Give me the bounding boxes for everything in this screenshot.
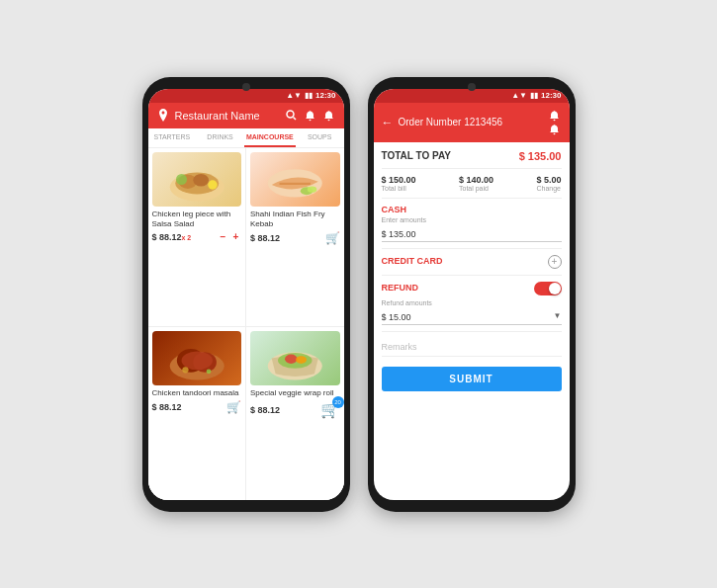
order-body: TOTAL TO PAY $ 135.00 $ 150.00 Total bil… <box>374 142 570 500</box>
change-val: $ 5.00 <box>536 175 561 185</box>
remarks-field[interactable]: Remarks <box>382 338 562 357</box>
food-image-4 <box>250 331 340 385</box>
total-bill-item: $ 150.00 Total bill <box>382 175 416 192</box>
nav-tabs: STARTERS DRINKS MAINCOURSE SOUPS <box>148 128 344 148</box>
refund-header: REFUND <box>382 282 562 295</box>
status-bar-2: ▲▼ ▮▮ 12:30 <box>374 89 570 103</box>
tab-maincourse[interactable]: MAINCOURSE <box>244 128 296 147</box>
svg-point-0 <box>287 111 294 118</box>
plus-button-1[interactable]: + <box>230 231 241 242</box>
header-icons-2 <box>548 109 562 136</box>
order-header: ← Order Number 1213456 <box>374 103 570 142</box>
total-bill-lbl: Total bill <box>382 185 406 192</box>
right-phone: ▲▼ ▮▮ 12:30 ← Order Number 1213456 <box>368 77 576 512</box>
food-item-3: Chicken tandoori masala $ 88.12 🛒 <box>148 327 246 500</box>
total-paid-val: $ 140.00 <box>459 175 493 185</box>
app-header-1: Restaurant Name <box>148 103 344 128</box>
refund-title: REFUND <box>382 283 419 293</box>
submit-button[interactable]: SUBMIT <box>382 367 562 391</box>
change-item: $ 5.00 Change <box>536 175 561 192</box>
svg-line-1 <box>294 118 297 121</box>
tab-drinks[interactable]: DRINKS <box>196 128 244 147</box>
restaurant-name: Restaurant Name <box>175 110 280 122</box>
tab-soups[interactable]: SOUPS <box>296 128 344 147</box>
status-bar-1: ▲▼ ▮▮ 12:30 <box>148 89 344 103</box>
cart-icon-2[interactable]: 🛒 <box>325 231 340 245</box>
svg-point-9 <box>208 180 217 189</box>
food-price-row-2: $ 88.12 🛒 <box>250 231 340 245</box>
time-display-2: 12:30 <box>541 91 561 100</box>
food-price-row-3: $ 88.12 🛒 <box>152 400 242 414</box>
order-title: Order Number 1213456 <box>399 117 543 127</box>
tab-starters[interactable]: STARTERS <box>148 128 197 147</box>
svg-point-8 <box>176 174 187 185</box>
food-price-4: $ 88.12 <box>250 405 318 415</box>
svg-point-21 <box>285 354 298 363</box>
header-icons-1 <box>285 109 336 123</box>
svg-point-17 <box>182 367 188 373</box>
cash-input-label: Enter amounts <box>382 216 562 223</box>
credit-card-section: CREDIT CARD + <box>382 255 562 276</box>
credit-header: CREDIT CARD + <box>382 255 562 269</box>
food-price-row-4: $ 88.12 🛒 20 <box>250 400 340 419</box>
camera-2 <box>468 83 476 91</box>
cash-section: CASH Enter amounts <box>382 205 562 249</box>
battery-icon: ▮▮ <box>305 91 313 100</box>
food-image-3 <box>152 331 242 385</box>
summary-row: $ 150.00 Total bill $ 140.00 Total paid … <box>382 175 562 199</box>
bell-icon-1[interactable] <box>322 109 336 123</box>
food-price-3: $ 88.12 <box>152 402 225 412</box>
food-item-2: Shahi Indian Fish Fry Kebab $ 88.12 🛒 <box>246 148 344 326</box>
battery-icon-2: ▮▮ <box>530 91 538 100</box>
change-lbl: Change <box>536 185 561 192</box>
bell-icon-2[interactable] <box>548 123 562 136</box>
back-button[interactable]: ← <box>382 116 394 129</box>
svg-point-18 <box>206 369 211 374</box>
total-label: TOTAL TO PAY <box>382 150 451 161</box>
svg-point-2 <box>310 119 312 121</box>
svg-point-12 <box>308 186 316 192</box>
svg-point-23 <box>554 119 556 121</box>
cart-badge-4: 20 <box>332 396 344 408</box>
phone2-screen: ▲▼ ▮▮ 12:30 ← Order Number 1213456 <box>374 89 570 500</box>
refund-toggle[interactable] <box>534 282 562 295</box>
signal-icon-2: ▲▼ <box>511 91 527 100</box>
svg-point-3 <box>328 119 330 121</box>
food-name-2: Shahi Indian Fish Fry Kebab <box>250 210 340 230</box>
search-icon[interactable] <box>285 109 299 123</box>
food-price-1: $ 88.12x 2 <box>152 232 217 242</box>
notification-icon-2[interactable] <box>548 109 562 123</box>
add-credit-card-button[interactable]: + <box>548 255 562 269</box>
food-price-row-1: $ 88.12x 2 − + <box>152 231 242 242</box>
cart-badge-wrap-4[interactable]: 🛒 20 <box>320 400 340 419</box>
refund-amount-select[interactable]: $ 15.00 $ 10.00 $ 5.00 <box>382 310 562 325</box>
refund-section: REFUND Refund amounts $ 15.00 $ 10.00 $ … <box>382 282 562 332</box>
svg-point-7 <box>193 174 209 187</box>
cash-title: CASH <box>382 205 562 214</box>
food-name-3: Chicken tandoori masala <box>152 388 242 398</box>
refund-input-label: Refund amounts <box>382 299 562 306</box>
food-name-4: Special veggie wrap roll <box>250 388 340 398</box>
time-display-1: 12:30 <box>315 91 335 100</box>
food-grid: Chicken leg piece with Salsa Salad $ 88.… <box>148 148 344 500</box>
food-image-1 <box>152 152 242 207</box>
credit-card-title: CREDIT CARD <box>382 256 443 266</box>
food-price-2: $ 88.12 <box>250 233 323 243</box>
total-paid-lbl: Total paid <box>459 185 489 192</box>
total-amount: $ 135.00 <box>519 150 562 162</box>
svg-point-22 <box>296 356 307 364</box>
location-icon <box>156 109 170 123</box>
left-phone: ▲▼ ▮▮ 12:30 Restaurant Name <box>142 77 350 512</box>
minus-button-1[interactable]: − <box>218 231 228 242</box>
total-to-pay-row: TOTAL TO PAY $ 135.00 <box>382 150 562 169</box>
food-image-2 <box>250 152 340 207</box>
camera <box>242 83 250 91</box>
food-item-4: Special veggie wrap roll $ 88.12 🛒 20 <box>246 327 344 500</box>
notification-icon-1[interactable] <box>304 109 317 123</box>
cash-input[interactable] <box>382 227 562 242</box>
cart-icon-3[interactable]: 🛒 <box>226 400 241 414</box>
total-paid-item: $ 140.00 Total paid <box>459 175 493 192</box>
total-bill-val: $ 150.00 <box>382 175 416 185</box>
food-name-1: Chicken leg piece with Salsa Salad <box>152 210 242 230</box>
refund-amount-wrapper: $ 15.00 $ 10.00 $ 5.00 ▼ <box>382 306 562 325</box>
